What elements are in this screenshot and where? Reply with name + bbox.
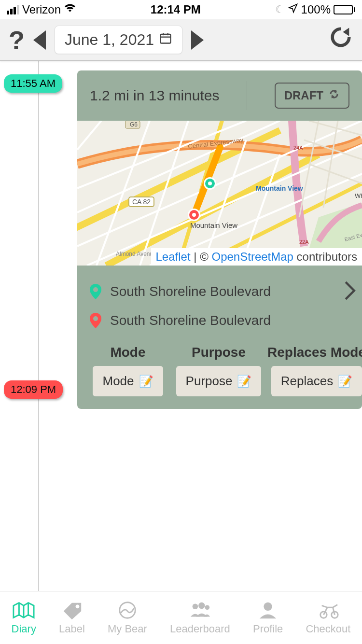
purpose-column: Purpose Purpose 📝	[178, 345, 260, 396]
carrier-label: Verizon	[22, 3, 61, 16]
tab-profile-label: Profile	[253, 623, 283, 635]
end-pin-icon	[90, 313, 101, 328]
map-label-mountain-view-area: Mountain View	[256, 184, 303, 192]
start-pin-icon	[90, 284, 101, 299]
edit-icon: 📝	[237, 375, 251, 388]
tab-label[interactable]: Label	[59, 601, 85, 635]
trip-summary: 1.2 mi in 13 minutes	[90, 87, 219, 104]
replaces-column: Replaces Mode Replaces 📝	[268, 345, 362, 396]
date-picker[interactable]: June 1, 2021	[55, 26, 182, 54]
status-left: Verizon	[7, 3, 76, 16]
calendar-icon	[159, 31, 172, 49]
map-label-mountain-view-city: Mountain View	[190, 221, 237, 229]
map-label-exit-22a: 22A	[299, 239, 309, 245]
tab-leaderboard[interactable]: Leaderboard	[170, 601, 230, 635]
map-attribution: Leaflet | © OpenStreetMap contributors	[151, 248, 362, 266]
clock-label: 12:14 PM	[151, 3, 201, 16]
trip-locations: South Shoreline Boulevard South Shorelin…	[77, 266, 362, 339]
svg-point-46	[205, 605, 210, 610]
status-bar: Verizon 12:14 PM ☾ 100%	[0, 0, 362, 19]
timeline-line	[39, 61, 39, 591]
next-day-button[interactable]	[191, 30, 204, 50]
trip-start-time-chip: 11:55 AM	[4, 74, 62, 93]
tab-mybear-label: My Bear	[108, 623, 147, 635]
wifi-icon	[64, 3, 76, 16]
svg-rect-0	[161, 34, 171, 43]
timeline-content[interactable]: 11:55 AM 12:09 PM 1.2 mi in 13 minutes D…	[0, 61, 362, 591]
help-icon[interactable]: ?	[9, 25, 25, 55]
svg-point-37	[93, 287, 98, 292]
leaflet-link[interactable]: Leaflet	[156, 250, 191, 263]
edit-icon: 📝	[139, 375, 153, 388]
trip-card[interactable]: 1.2 mi in 13 minutes DRAFT	[77, 70, 362, 409]
svg-point-44	[193, 603, 198, 609]
tab-checkout[interactable]: Checkout	[306, 601, 350, 635]
sync-icon	[328, 88, 340, 103]
tab-label-label: Label	[59, 623, 85, 635]
start-location-row: South Shoreline Boulevard	[90, 277, 349, 306]
svg-marker-4	[343, 28, 349, 36]
svg-point-38	[93, 316, 98, 321]
tab-diary-label: Diary	[12, 623, 36, 635]
previous-day-button[interactable]	[33, 30, 46, 50]
replaces-header: Replaces Mode	[267, 345, 362, 360]
svg-point-47	[264, 602, 272, 610]
date-label: June 1, 2021	[65, 31, 154, 49]
map-label-whisman: Whism	[355, 192, 362, 199]
tab-mybear[interactable]: My Bear	[108, 601, 147, 635]
refresh-button[interactable]	[328, 25, 353, 56]
purpose-button[interactable]: Purpose 📝	[176, 366, 262, 396]
cellular-signal-icon	[7, 5, 19, 14]
end-location-label: South Shoreline Boulevard	[110, 313, 271, 328]
chevron-right-icon[interactable]	[343, 280, 357, 306]
trip-map[interactable]: CA 82 G6 Central Expressway Mountain Vie…	[77, 121, 362, 266]
battery-icon	[334, 5, 355, 14]
edit-icon: 📝	[338, 375, 352, 388]
draft-badge[interactable]: DRAFT	[275, 83, 349, 109]
svg-point-42	[76, 604, 80, 608]
trip-label-section: Mode Mode 📝 Purpose Purpose 📝 Replaces M…	[77, 339, 362, 409]
map-label-ca82: CA 82	[132, 198, 151, 206]
svg-point-35	[192, 213, 196, 217]
svg-point-32	[208, 182, 212, 185]
tab-checkout-label: Checkout	[306, 623, 350, 635]
tab-leaderboard-label: Leaderboard	[170, 623, 230, 635]
mode-button[interactable]: Mode 📝	[93, 366, 163, 396]
osm-link[interactable]: OpenStreetMap	[212, 250, 293, 263]
battery-percent: 100%	[301, 3, 331, 16]
start-location-label: South Shoreline Boulevard	[110, 284, 271, 299]
toolbar: ? June 1, 2021	[0, 19, 362, 61]
mode-header: Mode	[110, 345, 145, 360]
trip-end-time-chip: 12:09 PM	[4, 380, 63, 399]
tab-diary[interactable]: Diary	[12, 601, 36, 635]
svg-point-45	[199, 602, 205, 608]
draft-label: DRAFT	[284, 89, 323, 102]
map-label-exit-24a: 24A	[293, 145, 303, 151]
map-label-g6: G6	[130, 121, 138, 128]
replaces-button[interactable]: Replaces 📝	[271, 366, 362, 396]
status-right: ☾ 100%	[275, 3, 355, 16]
trip-card-header: 1.2 mi in 13 minutes DRAFT	[77, 70, 362, 121]
moon-icon: ☾	[275, 3, 285, 16]
purpose-header: Purpose	[192, 345, 246, 360]
location-arrow-icon	[288, 3, 298, 16]
mode-column: Mode Mode 📝	[87, 345, 169, 396]
tab-bar: Diary Label My Bear Leaderboard Profile …	[0, 591, 362, 644]
end-location-row: South Shoreline Boulevard	[90, 306, 349, 335]
tab-profile[interactable]: Profile	[253, 601, 283, 635]
